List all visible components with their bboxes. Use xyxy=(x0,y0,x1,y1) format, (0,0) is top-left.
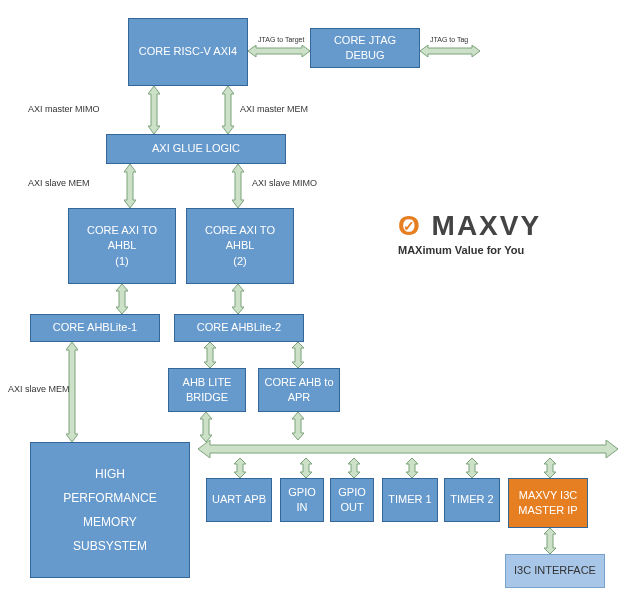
svg-marker-5 xyxy=(232,164,244,208)
block-label: CORE AHB to APR xyxy=(263,375,335,406)
svg-marker-15 xyxy=(300,458,312,478)
arrow-bus-i3c xyxy=(544,458,556,478)
arrow-bus-gpioin xyxy=(300,458,312,478)
label-axi-master-mem: AXI master MEM xyxy=(240,104,308,114)
block-label: MAXVY I3C MASTER IP xyxy=(513,488,583,519)
svg-marker-16 xyxy=(348,458,360,478)
arrow-i3c-if xyxy=(544,528,556,554)
arrow-ahbl1-down xyxy=(116,284,128,314)
arrow-riscv-jtag xyxy=(248,43,310,55)
arrow-jtag-out xyxy=(420,43,480,55)
block-ahblite-2: CORE AHBLite-2 xyxy=(174,314,304,342)
block-ahb-apr: CORE AHB to APR xyxy=(258,368,340,412)
arrow-bus-timer2 xyxy=(466,458,478,478)
label-jtag-target: JTAG to Target xyxy=(258,36,304,43)
block-label: TIMER 2 xyxy=(450,492,493,507)
svg-marker-12 xyxy=(292,412,304,440)
block-label: GPIO OUT xyxy=(335,485,369,516)
logo: O ✓ MAXVY MAXimum Value for You xyxy=(398,210,541,256)
block-axi-ahbl-2: CORE AXI TO AHBL (2) xyxy=(186,208,294,284)
svg-marker-11 xyxy=(200,412,212,442)
label-axi-slave-mimo: AXI slave MIMO xyxy=(252,178,317,188)
block-uart-apb: UART APB xyxy=(206,478,272,522)
block-axi-ahbl-1: CORE AXI TO AHBL (1) xyxy=(68,208,176,284)
arrow-ahblite2-apr xyxy=(292,342,304,368)
svg-marker-13 xyxy=(198,440,618,458)
logo-rest: MAXVY xyxy=(432,210,542,241)
logo-tagline: MAXimum Value for You xyxy=(398,244,541,256)
block-ahblite-1: CORE AHBLite-1 xyxy=(30,314,160,342)
block-label: AXI GLUE LOGIC xyxy=(152,141,240,156)
arrow-bus-gpioout xyxy=(348,458,360,478)
logo-text: O ✓ MAXVY xyxy=(398,210,541,242)
svg-marker-17 xyxy=(406,458,418,478)
arrow-ahblite2-bridge xyxy=(204,342,216,368)
block-label: CORE AXI TO AHBL (1) xyxy=(73,223,171,269)
block-label: GPIO IN xyxy=(285,485,319,516)
block-label: AHB LITE BRIDGE xyxy=(173,375,241,406)
block-axi-glue: AXI GLUE LOGIC xyxy=(106,134,286,164)
svg-marker-20 xyxy=(544,528,556,554)
block-label: CORE AXI TO AHBL (2) xyxy=(191,223,289,269)
svg-marker-1 xyxy=(420,45,480,57)
svg-marker-9 xyxy=(204,342,216,368)
svg-marker-14 xyxy=(234,458,246,478)
block-timer2: TIMER 2 xyxy=(444,478,500,522)
block-label: CORE JTAG DEBUG xyxy=(315,33,415,64)
label-jtag-tag: JTAG to Tag xyxy=(430,36,468,43)
arrow-bus-uart xyxy=(234,458,246,478)
svg-marker-19 xyxy=(544,458,556,478)
checkmark-icon: ✓ xyxy=(403,218,417,234)
block-label: CORE AHBLite-2 xyxy=(197,320,281,335)
svg-marker-18 xyxy=(466,458,478,478)
block-timer1: TIMER 1 xyxy=(382,478,438,522)
arrow-glue-down-right xyxy=(232,164,244,208)
label-axi-master-mimo: AXI master MIMO xyxy=(28,104,100,114)
block-gpio-in: GPIO IN xyxy=(280,478,324,522)
bus-horizontal xyxy=(198,440,618,458)
block-label: TIMER 1 xyxy=(388,492,431,507)
arrow-bus-timer1 xyxy=(406,458,418,478)
block-core-jtag: CORE JTAG DEBUG xyxy=(310,28,420,68)
arrow-glue-down-left xyxy=(124,164,136,208)
arrow-bridge-mem xyxy=(200,412,212,442)
block-label: I3C INTERFACE xyxy=(514,563,596,578)
block-label: UART APB xyxy=(212,492,266,507)
arrow-riscv-down-right xyxy=(222,86,234,134)
arrow-apr-bus xyxy=(292,412,304,440)
svg-marker-2 xyxy=(148,86,160,134)
block-label: CORE RISC-V AXI4 xyxy=(139,44,237,59)
block-i3c-interface: I3C INTERFACE xyxy=(505,554,605,588)
block-gpio-out: GPIO OUT xyxy=(330,478,374,522)
block-label: CORE AHBLite-1 xyxy=(53,320,137,335)
svg-marker-0 xyxy=(248,45,310,57)
block-core-riscv: CORE RISC-V AXI4 xyxy=(128,18,248,86)
label-axi-slave-mem-left: AXI slave MEM xyxy=(8,384,70,394)
block-ahb-bridge: AHB LITE BRIDGE xyxy=(168,368,246,412)
svg-marker-6 xyxy=(116,284,128,314)
block-i3c-master: MAXVY I3C MASTER IP xyxy=(508,478,588,528)
svg-marker-10 xyxy=(292,342,304,368)
svg-marker-3 xyxy=(222,86,234,134)
svg-marker-4 xyxy=(124,164,136,208)
label-axi-slave-mem-top: AXI slave MEM xyxy=(28,178,90,188)
arrow-riscv-down-left xyxy=(148,86,160,134)
block-label: HIGH PERFORMANCE MEMORY SUBSYSTEM xyxy=(63,462,156,558)
arrow-ahbl2-down xyxy=(232,284,244,314)
block-memory-subsystem: HIGH PERFORMANCE MEMORY SUBSYSTEM xyxy=(30,442,190,578)
svg-marker-7 xyxy=(232,284,244,314)
